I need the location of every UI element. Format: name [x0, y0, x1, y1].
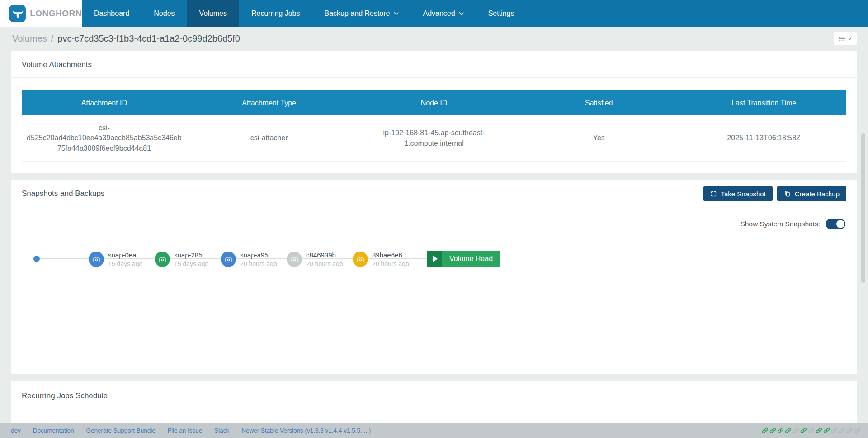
cell-node-id: ip-192-168-81-45.ap-southeast-1.compute.… [352, 128, 517, 148]
link-icon [816, 427, 822, 434]
nav-item-dashboard[interactable]: Dashboard [82, 0, 142, 27]
footer-link-generate-support-bundle[interactable]: Generate Support Bundle [86, 427, 156, 434]
longhorn-bull-icon [9, 5, 26, 22]
link-icon [846, 427, 853, 434]
cell-attachment-id: csi-d525c20ad4dbc10ee4a39accb85ab53a5c34… [22, 123, 187, 153]
snapshot-camera-icon[interactable] [287, 252, 302, 267]
snapshot-age: 20 hours ago [372, 260, 409, 268]
table-row: csi-d525c20ad4dbc10ee4a39accb85ab53a5c34… [22, 115, 846, 162]
snapshot-camera-icon[interactable] [89, 252, 104, 267]
snapshot-age: 20 hours ago [306, 260, 343, 268]
divider [11, 77, 857, 78]
timeline-start-dot [33, 256, 40, 262]
footer-link-newer-stable-versions[interactable]: Newer Stable Versions (v1.3.3 v1.4.4 v1.… [241, 427, 371, 434]
vertical-scrollbar-thumb[interactable] [861, 133, 865, 283]
snapshot-name: snap-a95 [240, 251, 277, 260]
volume-attachments-table: Attachment ID Attachment Type Node ID Sa… [22, 90, 846, 162]
snapshots-title: Snapshots and Backups [22, 189, 104, 198]
create-backup-button[interactable]: Create Backup [777, 186, 846, 201]
snapshot-node[interactable]: 89bae6e6 20 hours ago [353, 251, 409, 268]
view-options-dropdown-button[interactable] [833, 32, 857, 46]
cell-attachment-type: csi-attacher [187, 133, 352, 143]
column-header-attachment-type: Attachment Type [187, 99, 352, 107]
nav-item-nodes[interactable]: Nodes [142, 0, 187, 27]
snapshot-name: snap-285 [174, 251, 208, 260]
breadcrumb-volumes-link[interactable]: Volumes [12, 33, 47, 44]
breadcrumb-current-volume: pvc-c7cd35c3-f1b3-4cd1-a1a2-0c99d2b6d5f0 [57, 33, 240, 44]
footer-link-slack[interactable]: Slack [214, 427, 229, 434]
backup-copy-icon [784, 190, 791, 197]
volume-attachments-title: Volume Attachments [11, 51, 857, 77]
snapshot-frame-icon [710, 190, 717, 197]
snapshot-age: 20 hours ago [240, 260, 277, 268]
volume-attachments-card: Volume Attachments Attachment ID Attachm… [11, 51, 857, 173]
link-icon [854, 427, 861, 434]
footer-links: dev Documentation Generate Support Bundl… [11, 427, 371, 434]
footer-link-file-an-issue[interactable]: File an Issue [168, 427, 203, 434]
list-icon [838, 35, 845, 43]
nav-item-recurring-jobs[interactable]: Recurring Jobs [239, 0, 312, 27]
link-icon [777, 427, 784, 434]
link-icon [823, 427, 830, 434]
recurring-jobs-card: Recurring Jobs Schedule [11, 381, 857, 426]
take-snapshot-label: Take Snapshot [721, 190, 766, 198]
snapshot-name: 89bae6e6 [372, 251, 409, 260]
play-icon [427, 251, 442, 267]
snapshot-age: 15 days ago [108, 260, 142, 268]
snapshot-node[interactable]: snap-285 15 days ago [155, 251, 208, 268]
recurring-jobs-title: Recurring Jobs Schedule [11, 381, 857, 409]
longhorn-logo[interactable]: LONGHORN [0, 0, 82, 27]
snapshot-name: c846939b [306, 251, 343, 260]
link-icon [800, 427, 807, 434]
snapshot-name: snap-0ea [108, 251, 142, 260]
snapshot-camera-icon[interactable] [353, 252, 368, 267]
snapshot-camera-icon[interactable] [155, 252, 170, 267]
create-backup-label: Create Backup [795, 190, 840, 198]
breadcrumb-bar: Volumes / pvc-c7cd35c3-f1b3-4cd1-a1a2-0c… [0, 27, 868, 51]
show-system-snapshots-label: Show System Snapshots: [740, 220, 820, 228]
breadcrumb-separator: / [51, 33, 54, 44]
nav-item-label: Advanced [423, 10, 455, 18]
show-system-snapshots-toggle[interactable] [826, 219, 845, 229]
snapshot-camera-icon[interactable] [221, 252, 236, 267]
volume-head-button[interactable]: Volume Head [427, 251, 500, 267]
snapshots-and-backups-card: Snapshots and Backups Take Snapshot Crea… [11, 180, 857, 374]
column-header-satisfied: Satisfied [516, 99, 681, 107]
nav-item-backup-and-restore[interactable]: Backup and Restore [312, 0, 411, 27]
chevron-down-icon [394, 12, 399, 15]
footer-link-documentation[interactable]: Documentation [33, 427, 74, 434]
link-icon [762, 427, 769, 434]
snapshot-age: 15 days ago [174, 260, 208, 268]
volume-head-label: Volume Head [442, 251, 500, 267]
snapshot-node[interactable]: snap-0ea 15 days ago [89, 251, 142, 268]
nav-item-advanced[interactable]: Advanced [411, 0, 476, 27]
cell-last-transition-time: 2025-11-13T06:18:58Z [681, 133, 846, 143]
cell-satisfied: Yes [516, 133, 681, 143]
divider [11, 409, 857, 409]
footer-link-dev[interactable]: dev [11, 427, 21, 434]
snapshot-timeline: snap-0ea 15 days ago snap-285 15 days ag… [11, 234, 857, 284]
breadcrumb: Volumes / pvc-c7cd35c3-f1b3-4cd1-a1a2-0c… [12, 33, 240, 44]
top-navigation: LONGHORN Dashboard Nodes Volumes Recurri… [0, 0, 868, 27]
column-header-last-transition-time: Last Transition Time [681, 99, 846, 107]
snapshot-node[interactable]: snap-a95 20 hours ago [221, 251, 277, 268]
nav-item-volumes[interactable]: Volumes [187, 0, 239, 27]
replica-link-status-icons [762, 427, 861, 434]
link-icon [808, 427, 815, 434]
link-icon [769, 427, 776, 434]
take-snapshot-button[interactable]: Take Snapshot [703, 186, 773, 201]
chevron-down-icon [459, 12, 464, 15]
column-header-attachment-id: Attachment ID [22, 99, 187, 107]
snapshot-node[interactable]: c846939b 20 hours ago [287, 251, 343, 268]
nav-menu: Dashboard Nodes Volumes Recurring Jobs B… [82, 0, 868, 27]
chevron-down-icon [848, 37, 852, 40]
link-icon [793, 427, 799, 434]
nav-item-settings[interactable]: Settings [476, 0, 527, 27]
column-header-node-id: Node ID [352, 99, 517, 107]
brand-name: LONGHORN [30, 9, 82, 19]
nav-item-label: Backup and Restore [325, 10, 390, 18]
table-header-row: Attachment ID Attachment Type Node ID Sa… [22, 90, 846, 115]
link-icon [831, 427, 838, 434]
link-icon [785, 427, 792, 434]
link-icon [839, 427, 845, 434]
